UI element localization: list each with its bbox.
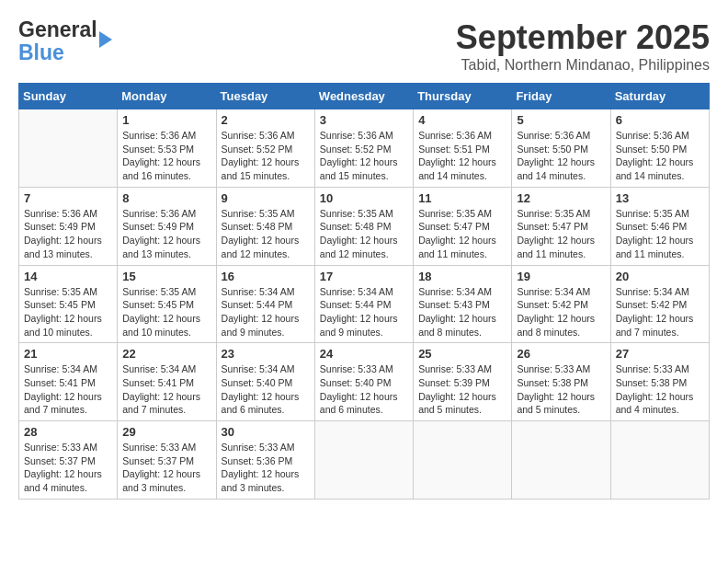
day-number: 4: [418, 113, 506, 127]
month-title: September 2025: [456, 18, 710, 57]
day-info: Sunrise: 5:34 AM Sunset: 5:42 PM Dayligh…: [616, 285, 704, 339]
header-day-monday: Monday: [118, 84, 216, 109]
day-info: Sunrise: 5:36 AM Sunset: 5:53 PM Dayligh…: [122, 129, 210, 183]
calendar-table: SundayMondayTuesdayWednesdayThursdayFrid…: [18, 83, 710, 500]
header-day-sunday: Sunday: [19, 84, 118, 109]
day-number: 22: [122, 347, 210, 361]
day-info: Sunrise: 5:36 AM Sunset: 5:51 PM Dayligh…: [418, 129, 506, 183]
day-info: Sunrise: 5:35 AM Sunset: 5:47 PM Dayligh…: [517, 207, 605, 261]
calendar-cell: [610, 421, 709, 500]
day-info: Sunrise: 5:34 AM Sunset: 5:43 PM Dayligh…: [418, 285, 506, 339]
calendar-cell: 19Sunrise: 5:34 AM Sunset: 5:42 PM Dayli…: [512, 265, 610, 343]
day-info: Sunrise: 5:36 AM Sunset: 5:50 PM Dayligh…: [616, 129, 704, 183]
calendar-cell: 11Sunrise: 5:35 AM Sunset: 5:47 PM Dayli…: [414, 187, 512, 265]
calendar-week-row: 7Sunrise: 5:36 AM Sunset: 5:49 PM Daylig…: [19, 187, 710, 265]
day-number: 30: [222, 425, 310, 439]
calendar-cell: 15Sunrise: 5:35 AM Sunset: 5:45 PM Dayli…: [118, 265, 216, 343]
calendar-cell: 22Sunrise: 5:34 AM Sunset: 5:41 PM Dayli…: [118, 343, 216, 421]
header-day-friday: Friday: [512, 84, 610, 109]
day-number: 23: [222, 347, 310, 361]
day-info: Sunrise: 5:33 AM Sunset: 5:39 PM Dayligh…: [418, 362, 506, 417]
calendar-week-row: 1Sunrise: 5:36 AM Sunset: 5:53 PM Daylig…: [19, 109, 710, 188]
day-number: 24: [320, 347, 408, 361]
day-info: Sunrise: 5:35 AM Sunset: 5:45 PM Dayligh…: [122, 285, 210, 339]
calendar-cell: [19, 109, 118, 188]
location-title: Tabid, Northern Mindanao, Philippines: [456, 57, 710, 74]
day-number: 13: [616, 191, 704, 205]
day-number: 14: [24, 270, 112, 283]
header-day-wednesday: Wednesday: [314, 84, 413, 109]
header-day-tuesday: Tuesday: [216, 84, 314, 109]
day-number: 27: [616, 347, 704, 361]
calendar-cell: 30Sunrise: 5:33 AM Sunset: 5:36 PM Dayli…: [216, 421, 314, 500]
day-number: 6: [616, 113, 704, 127]
day-info: Sunrise: 5:33 AM Sunset: 5:40 PM Dayligh…: [320, 362, 408, 417]
day-info: Sunrise: 5:34 AM Sunset: 5:41 PM Dayligh…: [24, 362, 112, 417]
logo-arrow-icon: [99, 31, 112, 48]
day-number: 19: [517, 270, 605, 283]
day-number: 17: [320, 270, 408, 283]
calendar-cell: 20Sunrise: 5:34 AM Sunset: 5:42 PM Dayli…: [610, 265, 709, 343]
day-info: Sunrise: 5:36 AM Sunset: 5:49 PM Dayligh…: [24, 207, 112, 261]
calendar-cell: 16Sunrise: 5:34 AM Sunset: 5:44 PM Dayli…: [216, 265, 314, 343]
day-info: Sunrise: 5:35 AM Sunset: 5:46 PM Dayligh…: [616, 207, 704, 261]
day-number: 25: [418, 347, 506, 361]
calendar-cell: 9Sunrise: 5:35 AM Sunset: 5:48 PM Daylig…: [216, 187, 314, 265]
day-info: Sunrise: 5:33 AM Sunset: 5:36 PM Dayligh…: [222, 441, 310, 495]
calendar-week-row: 28Sunrise: 5:33 AM Sunset: 5:37 PM Dayli…: [19, 421, 710, 500]
day-number: 10: [320, 191, 408, 205]
day-info: Sunrise: 5:34 AM Sunset: 5:44 PM Dayligh…: [320, 285, 408, 339]
day-number: 8: [122, 191, 210, 205]
day-info: Sunrise: 5:35 AM Sunset: 5:48 PM Dayligh…: [222, 207, 310, 261]
header-day-saturday: Saturday: [610, 84, 709, 109]
calendar-cell: 4Sunrise: 5:36 AM Sunset: 5:51 PM Daylig…: [414, 109, 512, 188]
day-info: Sunrise: 5:34 AM Sunset: 5:41 PM Dayligh…: [122, 362, 210, 417]
day-info: Sunrise: 5:34 AM Sunset: 5:44 PM Dayligh…: [222, 285, 310, 339]
calendar-cell: 8Sunrise: 5:36 AM Sunset: 5:49 PM Daylig…: [118, 187, 216, 265]
day-info: Sunrise: 5:33 AM Sunset: 5:38 PM Dayligh…: [616, 362, 704, 417]
calendar-cell: 28Sunrise: 5:33 AM Sunset: 5:37 PM Dayli…: [19, 421, 118, 500]
day-number: 20: [616, 270, 704, 283]
calendar-week-row: 21Sunrise: 5:34 AM Sunset: 5:41 PM Dayli…: [19, 343, 710, 421]
calendar-cell: 18Sunrise: 5:34 AM Sunset: 5:43 PM Dayli…: [414, 265, 512, 343]
header: General Blue September 2025 Tabid, North…: [18, 18, 710, 74]
day-info: Sunrise: 5:35 AM Sunset: 5:48 PM Dayligh…: [320, 207, 408, 261]
day-number: 18: [418, 270, 506, 283]
day-info: Sunrise: 5:34 AM Sunset: 5:40 PM Dayligh…: [222, 362, 310, 417]
day-info: Sunrise: 5:33 AM Sunset: 5:38 PM Dayligh…: [517, 362, 605, 417]
logo-part1: General: [18, 17, 97, 41]
logo: General Blue: [18, 18, 112, 65]
logo-text: General Blue: [18, 18, 97, 65]
day-info: Sunrise: 5:35 AM Sunset: 5:45 PM Dayligh…: [24, 285, 112, 339]
logo-part2: Blue: [18, 40, 64, 64]
calendar-cell: 7Sunrise: 5:36 AM Sunset: 5:49 PM Daylig…: [19, 187, 118, 265]
day-number: 1: [122, 113, 210, 127]
calendar-cell: 14Sunrise: 5:35 AM Sunset: 5:45 PM Dayli…: [19, 265, 118, 343]
day-info: Sunrise: 5:36 AM Sunset: 5:52 PM Dayligh…: [222, 129, 310, 183]
day-number: 26: [517, 347, 605, 361]
calendar-week-row: 14Sunrise: 5:35 AM Sunset: 5:45 PM Dayli…: [19, 265, 710, 343]
day-number: 12: [517, 191, 605, 205]
day-info: Sunrise: 5:36 AM Sunset: 5:52 PM Dayligh…: [320, 129, 408, 183]
day-number: 16: [222, 270, 310, 283]
calendar-cell: 12Sunrise: 5:35 AM Sunset: 5:47 PM Dayli…: [512, 187, 610, 265]
calendar-cell: 5Sunrise: 5:36 AM Sunset: 5:50 PM Daylig…: [512, 109, 610, 188]
calendar-cell: 3Sunrise: 5:36 AM Sunset: 5:52 PM Daylig…: [314, 109, 413, 188]
day-number: 21: [24, 347, 112, 361]
calendar-cell: 26Sunrise: 5:33 AM Sunset: 5:38 PM Dayli…: [512, 343, 610, 421]
calendar-cell: [512, 421, 610, 500]
day-info: Sunrise: 5:34 AM Sunset: 5:42 PM Dayligh…: [517, 285, 605, 339]
header-day-thursday: Thursday: [414, 84, 512, 109]
calendar-cell: [314, 421, 413, 500]
day-number: 29: [122, 425, 210, 439]
calendar-header-row: SundayMondayTuesdayWednesdayThursdayFrid…: [19, 84, 710, 109]
day-number: 9: [222, 191, 310, 205]
day-info: Sunrise: 5:36 AM Sunset: 5:50 PM Dayligh…: [517, 129, 605, 183]
calendar-cell: 2Sunrise: 5:36 AM Sunset: 5:52 PM Daylig…: [216, 109, 314, 188]
day-number: 7: [24, 191, 112, 205]
day-info: Sunrise: 5:33 AM Sunset: 5:37 PM Dayligh…: [122, 441, 210, 495]
day-info: Sunrise: 5:35 AM Sunset: 5:47 PM Dayligh…: [418, 207, 506, 261]
calendar-cell: [414, 421, 512, 500]
day-info: Sunrise: 5:33 AM Sunset: 5:37 PM Dayligh…: [24, 441, 112, 495]
day-number: 11: [418, 191, 506, 205]
